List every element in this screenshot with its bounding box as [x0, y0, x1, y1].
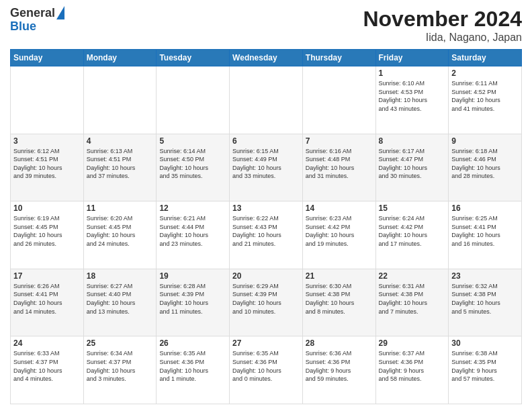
day-info: Sunrise: 6:25 AM Sunset: 4:41 PM Dayligh…: [451, 214, 519, 248]
day-cell-3-2: 19Sunrise: 6:28 AM Sunset: 4:39 PM Dayli…: [157, 269, 230, 336]
day-number: 24: [13, 338, 81, 348]
day-cell-2-4: 14Sunrise: 6:23 AM Sunset: 4:42 PM Dayli…: [302, 201, 375, 269]
day-cell-0-0: [11, 66, 84, 134]
day-info: Sunrise: 6:19 AM Sunset: 4:45 PM Dayligh…: [13, 214, 81, 248]
title-block: November 2024 Iida, Nagano, Japan: [363, 7, 522, 44]
day-info: Sunrise: 6:21 AM Sunset: 4:44 PM Dayligh…: [159, 214, 226, 248]
day-info: Sunrise: 6:30 AM Sunset: 4:38 PM Dayligh…: [306, 282, 373, 316]
day-cell-3-3: 20Sunrise: 6:29 AM Sunset: 4:39 PM Dayli…: [230, 269, 303, 336]
day-number: 7: [306, 136, 373, 146]
day-cell-4-0: 24Sunrise: 6:33 AM Sunset: 4:37 PM Dayli…: [11, 336, 84, 404]
week-row-2: 3Sunrise: 6:12 AM Sunset: 4:51 PM Daylig…: [11, 134, 522, 201]
day-cell-3-6: 23Sunrise: 6:32 AM Sunset: 4:38 PM Dayli…: [449, 269, 522, 336]
day-number: 17: [13, 271, 81, 281]
day-number: 6: [232, 136, 300, 146]
day-number: 22: [379, 271, 446, 281]
col-wednesday: Wednesday: [230, 50, 303, 66]
day-number: 4: [87, 136, 154, 146]
day-cell-3-1: 18Sunrise: 6:27 AM Sunset: 4:40 PM Dayli…: [83, 269, 157, 336]
day-info: Sunrise: 6:22 AM Sunset: 4:43 PM Dayligh…: [232, 214, 300, 248]
day-info: Sunrise: 6:31 AM Sunset: 4:38 PM Dayligh…: [379, 282, 446, 316]
week-row-4: 17Sunrise: 6:26 AM Sunset: 4:41 PM Dayli…: [11, 269, 522, 336]
day-number: 14: [306, 203, 373, 213]
calendar-table: Sunday Monday Tuesday Wednesday Thursday…: [10, 49, 522, 404]
day-number: 13: [232, 203, 300, 213]
day-info: Sunrise: 6:27 AM Sunset: 4:40 PM Dayligh…: [87, 282, 154, 316]
day-info: Sunrise: 6:36 AM Sunset: 4:36 PM Dayligh…: [306, 349, 373, 383]
day-info: Sunrise: 6:17 AM Sunset: 4:47 PM Dayligh…: [379, 147, 446, 181]
day-info: Sunrise: 6:24 AM Sunset: 4:42 PM Dayligh…: [379, 214, 446, 248]
calendar-header-row: Sunday Monday Tuesday Wednesday Thursday…: [11, 50, 522, 66]
day-info: Sunrise: 6:28 AM Sunset: 4:39 PM Dayligh…: [159, 282, 226, 316]
col-sunday: Sunday: [11, 50, 84, 66]
day-cell-1-6: 9Sunrise: 6:18 AM Sunset: 4:46 PM Daylig…: [449, 134, 522, 201]
day-number: 19: [159, 271, 226, 281]
logo-blue-text: Blue: [10, 20, 64, 34]
day-cell-2-6: 16Sunrise: 6:25 AM Sunset: 4:41 PM Dayli…: [449, 201, 522, 269]
col-saturday: Saturday: [449, 50, 522, 66]
day-cell-1-2: 5Sunrise: 6:14 AM Sunset: 4:50 PM Daylig…: [157, 134, 230, 201]
day-number: 20: [232, 271, 300, 281]
day-cell-3-5: 22Sunrise: 6:31 AM Sunset: 4:38 PM Dayli…: [375, 269, 449, 336]
day-cell-2-1: 11Sunrise: 6:20 AM Sunset: 4:45 PM Dayli…: [83, 201, 157, 269]
day-info: Sunrise: 6:35 AM Sunset: 4:36 PM Dayligh…: [159, 349, 226, 383]
day-cell-4-5: 29Sunrise: 6:37 AM Sunset: 4:36 PM Dayli…: [375, 336, 449, 404]
col-monday: Monday: [83, 50, 157, 66]
page: General Blue November 2024 Iida, Nagano,…: [0, 0, 532, 411]
day-cell-0-2: [157, 66, 230, 134]
day-info: Sunrise: 6:14 AM Sunset: 4:50 PM Dayligh…: [159, 147, 226, 181]
logo: General Blue: [10, 7, 64, 34]
week-row-5: 24Sunrise: 6:33 AM Sunset: 4:37 PM Dayli…: [11, 336, 522, 404]
day-number: 9: [451, 136, 519, 146]
col-thursday: Thursday: [302, 50, 375, 66]
day-info: Sunrise: 6:18 AM Sunset: 4:46 PM Dayligh…: [451, 147, 519, 181]
day-number: 26: [159, 338, 226, 348]
day-cell-0-4: [302, 66, 375, 134]
day-number: 11: [87, 203, 154, 213]
day-number: 3: [13, 136, 81, 146]
day-cell-4-2: 26Sunrise: 6:35 AM Sunset: 4:36 PM Dayli…: [157, 336, 230, 404]
day-cell-1-1: 4Sunrise: 6:13 AM Sunset: 4:51 PM Daylig…: [83, 134, 157, 201]
day-info: Sunrise: 6:10 AM Sunset: 4:53 PM Dayligh…: [379, 79, 446, 113]
header: General Blue November 2024 Iida, Nagano,…: [10, 7, 522, 44]
day-info: Sunrise: 6:23 AM Sunset: 4:42 PM Dayligh…: [306, 214, 373, 248]
day-info: Sunrise: 6:29 AM Sunset: 4:39 PM Dayligh…: [232, 282, 300, 316]
day-cell-0-5: 1Sunrise: 6:10 AM Sunset: 4:53 PM Daylig…: [375, 66, 449, 134]
day-cell-3-0: 17Sunrise: 6:26 AM Sunset: 4:41 PM Dayli…: [11, 269, 84, 336]
day-info: Sunrise: 6:38 AM Sunset: 4:35 PM Dayligh…: [451, 349, 519, 383]
week-row-1: 1Sunrise: 6:10 AM Sunset: 4:53 PM Daylig…: [11, 66, 522, 134]
day-info: Sunrise: 6:33 AM Sunset: 4:37 PM Dayligh…: [13, 349, 81, 383]
day-number: 10: [13, 203, 81, 213]
day-info: Sunrise: 6:37 AM Sunset: 4:36 PM Dayligh…: [379, 349, 446, 383]
day-cell-2-2: 12Sunrise: 6:21 AM Sunset: 4:44 PM Dayli…: [157, 201, 230, 269]
day-number: 12: [159, 203, 226, 213]
day-cell-0-6: 2Sunrise: 6:11 AM Sunset: 4:52 PM Daylig…: [449, 66, 522, 134]
day-cell-4-3: 27Sunrise: 6:35 AM Sunset: 4:36 PM Dayli…: [230, 336, 303, 404]
day-info: Sunrise: 6:16 AM Sunset: 4:48 PM Dayligh…: [306, 147, 373, 181]
day-number: 25: [87, 338, 154, 348]
day-number: 15: [379, 203, 446, 213]
page-subtitle: Iida, Nagano, Japan: [363, 32, 522, 44]
week-row-3: 10Sunrise: 6:19 AM Sunset: 4:45 PM Dayli…: [11, 201, 522, 269]
day-cell-1-5: 8Sunrise: 6:17 AM Sunset: 4:47 PM Daylig…: [375, 134, 449, 201]
page-title: November 2024: [363, 7, 522, 32]
day-number: 16: [451, 203, 519, 213]
logo-general-text: General: [10, 7, 55, 20]
day-number: 28: [306, 338, 373, 348]
day-cell-3-4: 21Sunrise: 6:30 AM Sunset: 4:38 PM Dayli…: [302, 269, 375, 336]
day-info: Sunrise: 6:32 AM Sunset: 4:38 PM Dayligh…: [451, 282, 519, 316]
day-cell-0-3: [230, 66, 303, 134]
day-number: 27: [232, 338, 300, 348]
day-number: 30: [451, 338, 519, 348]
day-info: Sunrise: 6:34 AM Sunset: 4:37 PM Dayligh…: [87, 349, 154, 383]
day-cell-0-1: [83, 66, 157, 134]
day-number: 21: [306, 271, 373, 281]
day-info: Sunrise: 6:26 AM Sunset: 4:41 PM Dayligh…: [13, 282, 81, 316]
col-tuesday: Tuesday: [157, 50, 230, 66]
day-cell-2-5: 15Sunrise: 6:24 AM Sunset: 4:42 PM Dayli…: [375, 201, 449, 269]
day-cell-1-0: 3Sunrise: 6:12 AM Sunset: 4:51 PM Daylig…: [11, 134, 84, 201]
day-number: 1: [379, 68, 446, 78]
day-cell-2-3: 13Sunrise: 6:22 AM Sunset: 4:43 PM Dayli…: [230, 201, 303, 269]
day-cell-4-1: 25Sunrise: 6:34 AM Sunset: 4:37 PM Dayli…: [83, 336, 157, 404]
day-cell-2-0: 10Sunrise: 6:19 AM Sunset: 4:45 PM Dayli…: [11, 201, 84, 269]
